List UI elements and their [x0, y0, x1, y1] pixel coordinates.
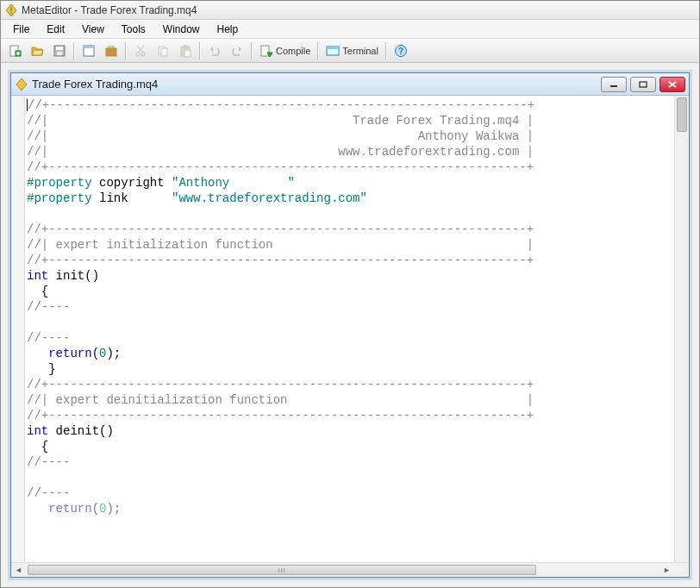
undo-button[interactable]: [204, 41, 225, 60]
document-icon: [15, 78, 28, 91]
minimize-button[interactable]: [601, 77, 627, 92]
svg-rect-2: [10, 12, 12, 14]
menu-tools[interactable]: Tools: [113, 21, 154, 38]
menu-file[interactable]: File: [4, 21, 38, 38]
menu-window[interactable]: Window: [154, 21, 209, 38]
save-button[interactable]: [49, 41, 70, 60]
svg-text:?: ?: [398, 47, 403, 56]
editor-gutter: [11, 96, 25, 562]
app-icon: [4, 3, 18, 17]
svg-marker-23: [210, 47, 213, 52]
svg-point-14: [136, 52, 140, 55]
terminal-button[interactable]: Terminal: [322, 41, 382, 60]
scroll-left-arrow[interactable]: ◄: [11, 563, 26, 578]
close-button[interactable]: [659, 77, 685, 92]
svg-rect-9: [57, 52, 62, 55]
navigator-button[interactable]: [78, 41, 99, 60]
svg-rect-1: [10, 7, 12, 11]
cut-button[interactable]: [130, 41, 151, 60]
menubar: File Edit View Tools Window Help: [1, 20, 699, 39]
app-title: MetaEditor - Trade Forex Trading.mq4: [22, 4, 197, 16]
toolbar: Compile Terminal ?: [1, 39, 699, 63]
maximize-button[interactable]: [630, 77, 656, 92]
compile-button[interactable]: Compile: [256, 41, 314, 60]
app-titlebar: MetaEditor - Trade Forex Trading.mq4: [1, 1, 699, 20]
toolbar-separator: [317, 42, 319, 59]
svg-rect-11: [84, 46, 94, 48]
svg-rect-8: [56, 47, 63, 50]
menu-view[interactable]: View: [73, 21, 113, 38]
copy-button[interactable]: [153, 41, 173, 60]
scrollbar-thumb[interactable]: [677, 97, 687, 132]
vertical-scrollbar[interactable]: [674, 96, 689, 562]
svg-marker-31: [16, 78, 27, 91]
paste-button[interactable]: [175, 41, 196, 60]
scroll-right-arrow[interactable]: ►: [659, 563, 674, 578]
new-file-button[interactable]: [4, 41, 25, 60]
svg-rect-19: [161, 48, 167, 56]
open-file-button[interactable]: [27, 41, 47, 60]
terminal-label: Terminal: [342, 46, 378, 56]
code-content[interactable]: //+-------------------------------------…: [25, 96, 674, 518]
svg-rect-28: [327, 47, 339, 49]
toolbar-separator: [385, 42, 387, 59]
toolbar-separator: [199, 42, 201, 59]
toolbar-separator: [73, 42, 75, 59]
help-button[interactable]: ?: [391, 41, 411, 60]
toolbar-separator: [125, 42, 127, 59]
scrollbar-thumb[interactable]: III: [28, 565, 536, 575]
svg-rect-22: [184, 50, 191, 57]
horizontal-scrollbar[interactable]: ◄ III ►: [11, 562, 689, 577]
redo-button[interactable]: [227, 41, 247, 60]
svg-point-15: [141, 52, 145, 55]
svg-marker-24: [239, 47, 241, 52]
document-window: Trade Forex Trading.mq4 //+-------------…: [10, 72, 690, 578]
svg-line-16: [138, 46, 144, 53]
svg-rect-25: [261, 46, 269, 56]
compile-label: Compile: [276, 46, 310, 56]
code-editor[interactable]: //+-------------------------------------…: [11, 96, 689, 562]
document-title: Trade Forex Trading.mq4: [32, 78, 601, 91]
menu-edit[interactable]: Edit: [38, 21, 73, 38]
svg-rect-33: [640, 82, 647, 87]
svg-rect-21: [184, 46, 187, 48]
toolbox-button[interactable]: [101, 41, 122, 60]
editor-mdi-area: Trade Forex Trading.mq4 //+-------------…: [3, 66, 697, 585]
toolbar-separator: [251, 42, 253, 59]
svg-line-17: [137, 46, 143, 53]
document-titlebar[interactable]: Trade Forex Trading.mq4: [11, 73, 689, 96]
menu-help[interactable]: Help: [209, 21, 247, 38]
